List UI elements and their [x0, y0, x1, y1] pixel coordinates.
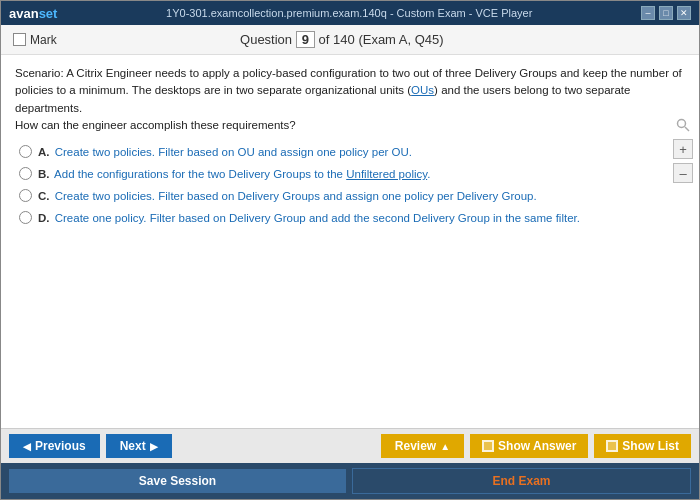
- mark-container: Mark: [13, 33, 57, 47]
- question-number-display: Question 9 of 140 (Exam A, Q45): [57, 31, 627, 48]
- review-button[interactable]: Review ▲: [381, 434, 464, 458]
- option-d-text: D. Create one policy. Filter based on De…: [38, 210, 580, 226]
- option-d-content: Create one policy. Filter based on Deliv…: [55, 212, 580, 224]
- option-d-letter: D.: [38, 212, 50, 224]
- option-c-item: C. Create two policies. Filter based on …: [19, 188, 681, 204]
- previous-button[interactable]: ◀ Previous: [9, 434, 100, 458]
- zoom-controls: + –: [673, 115, 693, 183]
- option-b-item: B. Add the configurations for the two De…: [19, 166, 681, 182]
- close-button[interactable]: ✕: [677, 6, 691, 20]
- question-num: 9: [296, 31, 315, 48]
- question-label: Question: [240, 32, 292, 47]
- toolbar-row2: Save Session End Exam: [1, 463, 699, 499]
- scenario-text: Scenario: A Citrix Engineer needs to app…: [15, 65, 685, 134]
- option-b-letter: B.: [38, 168, 50, 180]
- option-b-text: B. Add the configurations for the two De…: [38, 166, 430, 182]
- show-answer-button[interactable]: Show Answer: [470, 434, 588, 458]
- zoom-out-button[interactable]: –: [673, 163, 693, 183]
- show-answer-label: Show Answer: [498, 439, 576, 453]
- mark-checkbox[interactable]: [13, 33, 26, 46]
- svg-point-0: [678, 120, 686, 128]
- toolbar-row1: ◀ Previous Next ▶ Review ▲ Show Answer S…: [1, 428, 699, 463]
- previous-label: Previous: [35, 439, 86, 453]
- option-b-radio[interactable]: [19, 167, 32, 180]
- next-button[interactable]: Next ▶: [106, 434, 172, 458]
- svg-line-1: [685, 127, 689, 131]
- show-answer-icon: [482, 440, 494, 452]
- bottom-toolbar: ◀ Previous Next ▶ Review ▲ Show Answer S…: [1, 428, 699, 499]
- end-exam-button[interactable]: End Exam: [352, 468, 691, 494]
- option-c-content: Create two policies. Filter based on Del…: [55, 190, 537, 202]
- option-c-text: C. Create two policies. Filter based on …: [38, 188, 537, 204]
- previous-arrow-icon: ◀: [23, 441, 31, 452]
- search-icon: [673, 115, 693, 135]
- zoom-in-button[interactable]: +: [673, 139, 693, 159]
- logo-part1: avan: [9, 6, 39, 21]
- show-list-label: Show List: [622, 439, 679, 453]
- review-arrow-icon: ▲: [440, 441, 450, 452]
- save-session-button[interactable]: Save Session: [9, 469, 346, 493]
- mark-label: Mark: [30, 33, 57, 47]
- question-of: of: [319, 32, 333, 47]
- app-logo: avanset: [9, 6, 57, 21]
- content-area: Scenario: A Citrix Engineer needs to app…: [1, 55, 699, 428]
- option-a-item: A. Create two policies. Filter based on …: [19, 144, 681, 160]
- show-list-icon: [606, 440, 618, 452]
- option-c-letter: C.: [38, 190, 50, 202]
- main-window: avanset 1Y0-301.examcollection.premium.e…: [0, 0, 700, 500]
- option-a-letter: A.: [38, 146, 50, 158]
- option-a-text: A. Create two policies. Filter based on …: [38, 144, 412, 160]
- options-list: A. Create two policies. Filter based on …: [15, 144, 685, 226]
- option-b-content: Add the configurations for the two Deliv…: [54, 168, 430, 180]
- ou-link: OUs: [411, 84, 434, 96]
- question-total: 140: [333, 32, 355, 47]
- title-bar-left: avanset: [9, 6, 57, 21]
- option-d-item: D. Create one policy. Filter based on De…: [19, 210, 681, 226]
- exam-info: (Exam A, Q45): [358, 32, 443, 47]
- minimize-button[interactable]: –: [641, 6, 655, 20]
- window-controls: – □ ✕: [641, 6, 691, 20]
- show-list-button[interactable]: Show List: [594, 434, 691, 458]
- title-bar: avanset 1Y0-301.examcollection.premium.e…: [1, 1, 699, 25]
- logo-part2: set: [39, 6, 58, 21]
- window-title: 1Y0-301.examcollection.premium.exam.140q…: [57, 7, 641, 19]
- question-header: Mark Question 9 of 140 (Exam A, Q45): [1, 25, 699, 55]
- option-a-content: Create two policies. Filter based on OU …: [55, 146, 412, 158]
- option-d-radio[interactable]: [19, 211, 32, 224]
- option-a-radio[interactable]: [19, 145, 32, 158]
- next-label: Next: [120, 439, 146, 453]
- next-arrow-icon: ▶: [150, 441, 158, 452]
- option-c-radio[interactable]: [19, 189, 32, 202]
- review-label: Review: [395, 439, 436, 453]
- question-body: Scenario: A Citrix Engineer needs to app…: [1, 55, 699, 232]
- maximize-button[interactable]: □: [659, 6, 673, 20]
